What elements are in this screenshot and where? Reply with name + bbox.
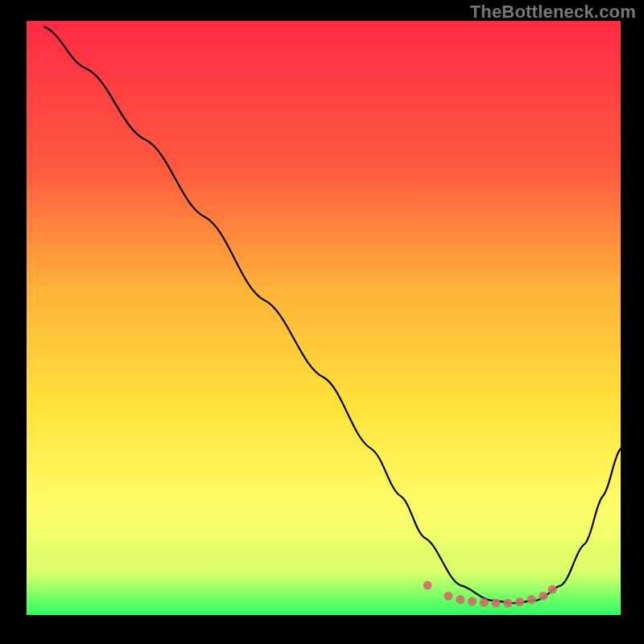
marker-point bbox=[480, 598, 489, 607]
marker-point bbox=[539, 592, 548, 601]
plot-area bbox=[27, 21, 621, 615]
marker-point bbox=[444, 592, 452, 601]
marker-point bbox=[527, 595, 536, 604]
marker-point bbox=[423, 581, 432, 590]
marker-point bbox=[468, 597, 477, 606]
chart-container: TheBottleneck.com bbox=[0, 0, 644, 644]
gradient-fill bbox=[27, 21, 621, 615]
marker-point bbox=[503, 599, 512, 608]
marker-point bbox=[515, 597, 524, 606]
marker-point bbox=[492, 599, 501, 608]
bottleneck-chart bbox=[27, 21, 621, 615]
marker-point bbox=[548, 585, 557, 594]
marker-point bbox=[456, 595, 464, 604]
watermark-text: TheBottleneck.com bbox=[470, 2, 636, 23]
